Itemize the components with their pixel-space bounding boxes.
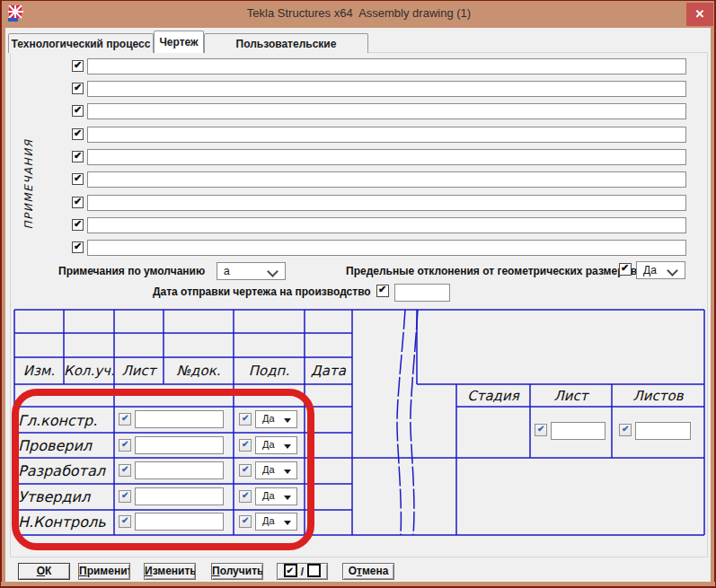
tolerances-checkbox[interactable]: ✔	[619, 263, 632, 276]
col-header-sheet: Лист	[530, 388, 612, 404]
note-1-input[interactable]	[87, 58, 686, 75]
highlight-annotation	[12, 389, 314, 550]
note-3-checkbox[interactable]: ✔	[72, 105, 84, 117]
unchecked-box-icon	[307, 564, 321, 577]
note-7-input[interactable]	[87, 195, 686, 211]
toggle-all-checkboxes-button[interactable]: ✔ /	[277, 563, 328, 580]
note-5-input[interactable]	[87, 149, 686, 165]
chevron-down-icon	[667, 265, 678, 276]
send-date-label: Дата отправки чертежа на производство	[153, 285, 371, 298]
sheets-checkbox[interactable]: ✔	[619, 424, 632, 436]
notes-default-dropdown[interactable]: a	[217, 262, 286, 280]
col-header-podp: Подп.	[234, 363, 305, 379]
sheet-checkbox[interactable]: ✔	[535, 424, 547, 436]
col-header-ndok: №док.	[164, 363, 234, 379]
checked-box-icon: ✔	[284, 564, 297, 577]
note-3-input[interactable]	[87, 103, 686, 119]
tab-drawing[interactable]: Чертеж	[154, 31, 204, 53]
tolerances-dropdown[interactable]: Да	[636, 261, 685, 279]
note-4-input[interactable]	[87, 127, 686, 143]
note-9-input[interactable]	[87, 240, 686, 256]
col-header-stadia: Стадия	[456, 388, 530, 404]
col-header-izm: Изм.	[14, 363, 64, 379]
note-4-checkbox[interactable]: ✔	[72, 128, 84, 140]
tab-user-notes[interactable]: Пользовательские примечания	[204, 33, 368, 53]
notes-default-label: Примечания по умолчанию	[58, 265, 205, 277]
note-5-checkbox[interactable]: ✔	[72, 151, 84, 162]
note-8-checkbox[interactable]: ✔	[72, 219, 84, 231]
sheets-input[interactable]	[635, 422, 691, 440]
note-9-checkbox[interactable]: ✔	[72, 241, 84, 253]
note-8-input[interactable]	[87, 217, 686, 233]
note-2-checkbox[interactable]: ✔	[72, 83, 84, 94]
note-6-input[interactable]	[87, 171, 686, 188]
tekla-dialog-window: Tekla Structures x64 Assembly drawing (1…	[0, 0, 716, 588]
get-button[interactable]: Получить	[211, 563, 263, 580]
col-header-data: Дата	[305, 363, 352, 379]
send-date-checkbox[interactable]: ✔	[376, 285, 389, 297]
send-date-input[interactable]	[394, 284, 450, 302]
cancel-button[interactable]: Отмена	[342, 563, 394, 580]
col-header-koluch: Кол.уч.	[64, 363, 114, 379]
modify-button[interactable]: Изменить	[144, 563, 196, 580]
note-2-input[interactable]	[87, 81, 686, 97]
col-header-list: Лист	[114, 363, 164, 379]
apply-button[interactable]: Применить	[78, 563, 130, 580]
chevron-down-icon	[267, 266, 278, 277]
note-6-checkbox[interactable]: ✔	[72, 173, 84, 185]
note-7-checkbox[interactable]: ✔	[72, 197, 84, 208]
ok-button[interactable]: ОК	[18, 563, 70, 580]
note-1-checkbox[interactable]: ✔	[72, 60, 84, 72]
col-header-sheets: Листов	[612, 388, 704, 404]
sheet-input[interactable]	[551, 422, 606, 440]
tab-tech-process[interactable]: Технологический процесс	[8, 33, 154, 53]
notes-side-label: ПРИМЕЧАНИЯ	[22, 135, 35, 233]
tolerances-label: Предельные отклонения от геометрических …	[346, 265, 637, 277]
